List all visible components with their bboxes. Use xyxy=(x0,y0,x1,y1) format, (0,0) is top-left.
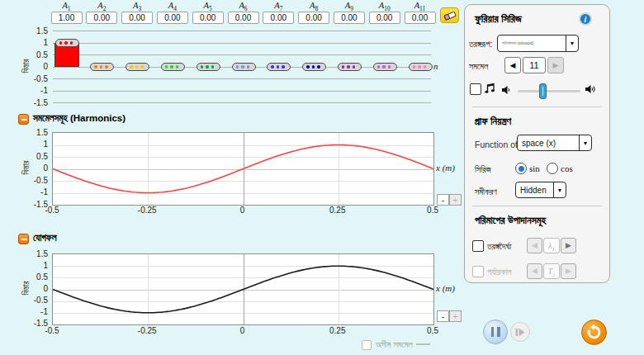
gridline xyxy=(53,91,431,92)
amplitude-control-4: A40.00 xyxy=(157,1,188,24)
divider xyxy=(472,106,602,107)
x-tick-label: 0 xyxy=(225,326,261,335)
amplitude-slider-handle-10[interactable] xyxy=(373,63,397,71)
info-button[interactable]: i xyxy=(579,12,592,26)
period-increment-button[interactable]: ▶ xyxy=(561,263,576,279)
sum-collapse-button[interactable] xyxy=(18,234,29,244)
handle-dot xyxy=(140,65,144,69)
phet-fourier-simulation: A11.00A20.00A30.00A40.00A50.00A60.00A70.… xyxy=(0,0,644,355)
amplitude-input-7[interactable]: 0.00 xyxy=(263,12,294,24)
x-tick-label: 0.5 xyxy=(414,206,451,215)
x-tick-label: -0.25 xyxy=(129,326,165,335)
handle-dot xyxy=(170,65,173,69)
volume-slider-track[interactable] xyxy=(518,90,580,92)
minus-icon xyxy=(21,239,27,240)
amplitude-input-5[interactable]: 0.00 xyxy=(192,12,224,24)
handle-dot xyxy=(236,65,239,69)
equation-combobox[interactable]: Hidden ▼ xyxy=(515,182,566,198)
amplitude-slider-handle-5[interactable] xyxy=(197,63,220,71)
waveform-combobox[interactable]: সাইনোসয়েড (sinusoid) ▼ xyxy=(497,35,579,52)
zoom-in-button[interactable]: + xyxy=(449,310,462,322)
chevron-down-icon: ▼ xyxy=(566,40,578,46)
amplitude-slider-handle-9[interactable] xyxy=(338,63,362,71)
sum-plot xyxy=(52,253,434,325)
series-cos-radio[interactable] xyxy=(547,163,558,174)
amplitude-input-2[interactable]: 0.00 xyxy=(86,12,117,24)
series-sin-radio[interactable] xyxy=(515,163,527,174)
amplitude-input-10[interactable]: 0.00 xyxy=(369,12,400,24)
harmonic-1-curve xyxy=(53,133,433,205)
info-icon: i xyxy=(585,15,587,24)
amplitude-input-1[interactable]: 1.00 xyxy=(51,12,83,24)
amplitude-input-4[interactable]: 0.00 xyxy=(157,12,188,24)
y-tick-label: 0.5 xyxy=(23,50,48,59)
function-of-label: Function of: xyxy=(475,140,520,149)
handle-dot xyxy=(64,41,68,45)
series-cos-label: cos xyxy=(561,163,573,173)
volume-slider-thumb[interactable] xyxy=(539,83,547,99)
amplitude-slider-handle-11[interactable] xyxy=(409,63,433,71)
reset-all-button[interactable] xyxy=(581,320,607,345)
amplitude-slider-handle-6[interactable] xyxy=(232,63,256,71)
gridline xyxy=(53,78,431,79)
handle-dot xyxy=(388,65,391,69)
gridline xyxy=(53,54,431,55)
handle-dot xyxy=(282,65,285,69)
period-checkbox[interactable] xyxy=(472,266,484,277)
amplitude-input-9[interactable]: 0.00 xyxy=(334,12,365,24)
wavelength-symbol-box: λ1 xyxy=(543,238,560,253)
infinite-harmonics-line-sample xyxy=(416,343,430,345)
amplitude-slider-handle-7[interactable] xyxy=(267,63,291,71)
graph-controls-title: গ্রাফ নিয়ন্ত্রণ xyxy=(475,116,511,128)
period-decrement-button[interactable]: ◀ xyxy=(527,263,542,279)
y-tick-label: 0.5 xyxy=(23,152,48,161)
harmonics-decrement-button[interactable]: ◀ xyxy=(504,57,521,73)
handle-dot xyxy=(347,65,350,69)
handle-dot xyxy=(206,65,209,69)
amplitude-slider-handle-2[interactable] xyxy=(90,63,114,71)
harmonics-chart-title: সমমেলসমূহ (Harmonics) xyxy=(33,113,125,124)
gridline xyxy=(53,102,431,103)
amplitude-control-11: A110.00 xyxy=(405,1,436,24)
wavelength-checkbox[interactable] xyxy=(472,240,484,252)
zoom-out-button[interactable]: - xyxy=(437,194,449,206)
x-tick-label: 0 xyxy=(225,206,261,215)
zoom-out-button[interactable]: - xyxy=(437,310,449,322)
waveform-value: সাইনোসয়েড (sinusoid) xyxy=(498,41,566,45)
harmonics-collapse-button[interactable] xyxy=(18,114,29,125)
step-forward-icon xyxy=(515,328,525,337)
zoom-in-button[interactable]: + xyxy=(449,194,462,206)
pause-button[interactable] xyxy=(483,320,508,344)
eraser-button[interactable] xyxy=(440,7,459,23)
wavelength-decrement-button[interactable]: ◀ xyxy=(527,238,542,253)
sound-checkbox[interactable] xyxy=(470,83,481,95)
amplitude-input-6[interactable]: 0.00 xyxy=(228,12,259,24)
waveform-label: তরঙ্গরূপ: xyxy=(469,39,492,50)
amplitude-symbol-5: A5 xyxy=(192,1,224,10)
infinite-harmonics-checkbox[interactable] xyxy=(362,340,372,350)
step-forward-button[interactable] xyxy=(510,322,530,342)
wavelength-increment-button[interactable]: ▶ xyxy=(561,238,576,253)
amplitude-slider-handle-1[interactable] xyxy=(55,39,79,47)
wavelength-label: তরঙ্গদৈর্ঘ্য xyxy=(487,241,512,252)
amplitude-slider-handle-4[interactable] xyxy=(161,63,185,71)
amplitude-control-2: A20.00 xyxy=(86,1,117,24)
measurement-tools-title: পরিমাপের উপাদানসমূহ xyxy=(475,215,546,227)
handle-dot xyxy=(165,65,168,69)
amplitude-input-8[interactable]: 0.00 xyxy=(298,12,329,24)
handle-dot xyxy=(201,65,204,69)
x-tick-label: -0.5 xyxy=(34,326,70,335)
harmonics-spinner-label: সমমেল xyxy=(469,61,488,72)
amplitude-control-7: A70.00 xyxy=(263,1,294,24)
amplitude-slider-handle-3[interactable] xyxy=(125,63,149,71)
volume-high-icon xyxy=(585,83,597,95)
amplitude-slider-handle-8[interactable] xyxy=(302,63,326,71)
amplitude-input-3[interactable]: 0.00 xyxy=(121,12,153,24)
amplitude-input-11[interactable]: 0.00 xyxy=(405,12,436,24)
handle-dot xyxy=(418,65,421,69)
x-tick-label: 0.25 xyxy=(320,326,356,335)
function-of-combobox[interactable]: space (x) ▼ xyxy=(517,135,592,151)
harmonics-increment-button[interactable]: ▶ xyxy=(547,57,564,73)
amplitude-control-9: A90.00 xyxy=(334,1,365,24)
fourier-series-panel: ফুরিয়ার সিরিজ i তরঙ্গরূপ: সাইনোসয়েড (s… xyxy=(464,4,610,283)
